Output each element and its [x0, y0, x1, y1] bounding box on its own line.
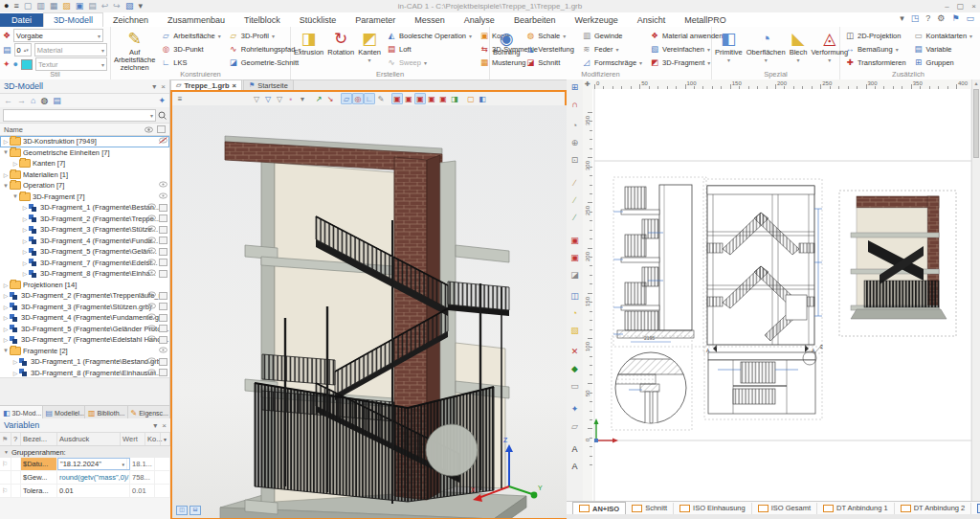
menu-tab-parameter[interactable]: Parameter	[345, 13, 405, 27]
tree-expander-icon[interactable]: ▼	[2, 149, 10, 155]
tree-expander-icon[interactable]: ▷	[21, 237, 29, 244]
sheet-tab-st-ckliste-1[interactable]: Stückliste 1	[971, 503, 980, 514]
regen-icon[interactable]: ∕	[568, 193, 582, 207]
tree-item-3d-fragment-4-fragmente-fun[interactable]: ▷3D-Fragment_4 (Fragmente\Fundamente.grb…	[0, 312, 169, 324]
chevron-down-icon[interactable]: ▾	[120, 459, 127, 469]
zoom-window-icon[interactable]: ⊡	[568, 153, 582, 167]
solid-mode-icon[interactable]: ▣	[391, 93, 403, 104]
hidden-line-mode-icon[interactable]: ▣	[414, 93, 426, 104]
variable-row-datu[interactable]: ⚐$Datu..."18.12.2024"▾18.1...	[0, 458, 170, 471]
dock-tab-eigensc[interactable]: ✎Eigensc...	[128, 406, 171, 419]
workplane-icon[interactable]: ▱	[341, 93, 352, 104]
visibility-eye-icon[interactable]	[147, 303, 156, 311]
row-flag-icon[interactable]: ⚐	[0, 485, 11, 497]
back-icon[interactable]: ←	[4, 96, 12, 105]
filter-icon[interactable]: ▼	[161, 433, 170, 445]
variable-expression[interactable]: "18.12.2024"▾	[57, 458, 130, 470]
ribbon-button-kanten[interactable]: ◩Kanten▾	[358, 29, 381, 69]
variables-column-comment[interactable]: Ko...	[145, 433, 161, 445]
menu-tab-bearbeiten[interactable]: Bearbeiten	[504, 13, 566, 27]
reference-box-icon[interactable]	[159, 226, 167, 234]
ribbon-button-extrusion[interactable]: ◨Extrusion	[294, 29, 323, 69]
ribbon-item-gruppen[interactable]: ⊞Gruppen	[912, 56, 975, 69]
material-select[interactable]: Material▾	[34, 43, 107, 56]
tree-expander-icon[interactable]: ▷	[2, 282, 10, 288]
tree-item-3d-fragment-2-fragmente-tre[interactable]: ▷3D-Fragment_2 (Fragmente\Treppe...	[0, 214, 169, 225]
visibility-eye-icon[interactable]	[147, 203, 156, 212]
measure-icon[interactable]: ✕	[568, 345, 582, 358]
surface-check-icon[interactable]: ◆	[568, 362, 582, 375]
split-vertical-icon[interactable]: ◫	[176, 506, 188, 515]
variable-expression[interactable]: 0.01	[57, 485, 130, 497]
reference-box-icon[interactable]	[159, 237, 167, 244]
doc-cubes-icon[interactable]: ◧	[477, 93, 488, 104]
tools-icon[interactable]: ✦	[158, 96, 166, 105]
reference-box-icon[interactable]	[159, 270, 167, 278]
menu-tab-zeichnen[interactable]: Zeichnen	[103, 13, 158, 27]
row-flag-icon[interactable]	[0, 471, 11, 484]
menu-tab-messen[interactable]: Messen	[405, 13, 455, 27]
text-check-icon[interactable]: A	[568, 442, 582, 456]
variable-name[interactable]: $Datu...	[21, 458, 57, 470]
filter-solid-icon[interactable]: ▽	[274, 93, 285, 104]
reference-box-icon[interactable]	[159, 336, 167, 344]
ribbon-item-2d-projektion[interactable]: ◫2D-Projektion	[843, 29, 908, 42]
row-flag-icon[interactable]: ⚐	[0, 458, 11, 470]
ribbon-item-schnitt[interactable]: ◪Schnitt	[523, 56, 576, 69]
tree-item-projektionen-14[interactable]: ▷Projektionen [14]	[0, 280, 169, 291]
tree-item-3d-fragment-4-fragmente-fun[interactable]: ▷3D-Fragment_4 (Fragmente\Funda...	[0, 236, 169, 247]
reference-box-icon[interactable]	[159, 204, 167, 212]
menu-tab-3d-modell[interactable]: 3D-Modell	[43, 12, 103, 27]
tree-expander-icon[interactable]: ▷	[2, 336, 10, 343]
menu-tab-titelblock[interactable]: Titelblock	[234, 13, 290, 27]
ribbon-item-boolesche-operation[interactable]: ◭Boolesche Operation▾	[385, 29, 474, 42]
variables-column-name[interactable]: Bezei...	[21, 433, 57, 445]
visibility-eye-icon[interactable]	[147, 247, 156, 256]
scene-icon[interactable]: ◍	[40, 96, 48, 105]
tree-expander-icon[interactable]: ▷	[2, 314, 10, 321]
variables-group-row[interactable]: ▼Gruppenrahmen:	[0, 446, 170, 458]
render-mode-icon[interactable]: ▣	[437, 93, 449, 104]
reference-box-icon[interactable]	[159, 292, 167, 300]
tree-item-fragmente-2[interactable]: ▼Fragmente [2]	[0, 346, 169, 357]
ribbon-item-3d-punkt[interactable]: ◎3D-Punkt	[159, 42, 222, 56]
tree-expander-icon[interactable]: ▷	[21, 260, 29, 266]
tree-item-geometrische-einheiten-7[interactable]: ▼Geometrische Einheiten [7]	[0, 147, 169, 159]
tree-item-operation-7[interactable]: ▼Operation [7]	[0, 180, 169, 192]
variables-column-flag[interactable]: ⚑	[0, 433, 11, 445]
reference-box-icon[interactable]	[159, 325, 167, 332]
variable-name[interactable]: Tolera...	[21, 485, 57, 497]
tree-expander-icon[interactable]: ▷	[21, 248, 29, 255]
visibility-eye-icon[interactable]	[147, 369, 156, 377]
tree-expander-icon[interactable]: ▼	[11, 193, 19, 199]
annotate-icon[interactable]: ▱	[568, 419, 582, 433]
tree-expander-icon[interactable]: ▷	[11, 358, 19, 365]
filter-box-icon[interactable]: ▽	[262, 93, 274, 104]
sphere-icon[interactable]: ◔	[568, 306, 582, 320]
reference-box-icon[interactable]	[159, 369, 167, 376]
tree-item-3d-konstruktion-7949[interactable]: ▷3D-Konstruktion [7949]	[0, 136, 169, 147]
tree-item-3d-fragment-7[interactable]: ▼3D-Fragment [7]	[0, 192, 169, 203]
ribbon-item-arbeitsfl-che[interactable]: ▱Arbeitsfläche▾	[159, 29, 222, 42]
ribbon-item-formschr-ge[interactable]: ◿Formschräge▾	[580, 56, 644, 69]
zoom-in-icon[interactable]: ⊕	[568, 136, 582, 149]
help-icon[interactable]: ?	[925, 13, 930, 23]
menu-tab-ansicht[interactable]: Ansicht	[628, 13, 676, 27]
list-view-icon[interactable]: ▤	[53, 96, 61, 105]
document-tab-startseite[interactable]: ⚑Startseite	[243, 79, 294, 90]
tree-expander-icon[interactable]: ▷	[11, 370, 19, 376]
visibility-eye-icon[interactable]	[147, 214, 156, 223]
snap-magnet-icon[interactable]: ∩	[568, 98, 582, 111]
sheet-tab-dt-anbindung-1[interactable]: DT Anbindung 1	[817, 503, 895, 514]
forward-icon[interactable]: →	[17, 96, 26, 105]
quick-view-icon[interactable]: ◳	[911, 13, 920, 23]
tree-expander-icon[interactable]: ▼	[2, 183, 10, 189]
tree-expander-icon[interactable]: ▷	[11, 160, 19, 167]
visibility-eye-icon[interactable]	[147, 237, 156, 245]
variable-expression[interactable]: round(getv("mass",0)/1,Tol...	[57, 471, 130, 484]
model-3d-canvas[interactable]: X Y Z	[172, 105, 565, 517]
sketch-icon[interactable]: ✎	[375, 93, 387, 104]
tree-item-kanten-7[interactable]: ▷Kanten [7]	[0, 158, 169, 169]
structure-tree-icon[interactable]: ≡	[174, 93, 186, 104]
flag-icon[interactable]: ⚑	[951, 13, 959, 23]
